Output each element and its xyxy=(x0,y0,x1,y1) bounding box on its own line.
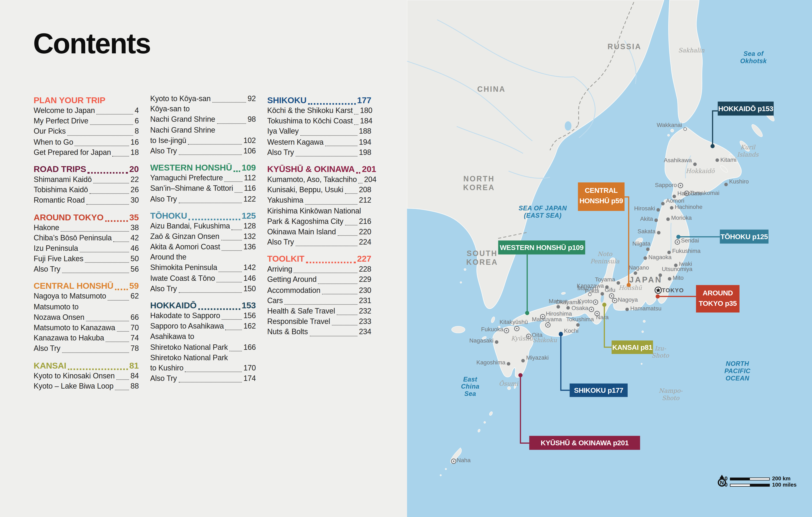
toc-entry-label: Matsumoto to xyxy=(34,302,79,311)
toc-section-heading[interactable]: WESTERN HONSHŪ109 xyxy=(150,163,256,174)
toc-entry[interactable]: Asahikawa to xyxy=(150,332,256,343)
toc-entry[interactable]: Romantic Road30 xyxy=(34,196,139,207)
rebun-island xyxy=(667,134,669,136)
leader-dots xyxy=(90,193,129,194)
toc-section-heading[interactable]: SHIKOKU177 xyxy=(267,95,371,106)
toc-entry[interactable]: Arriving228 xyxy=(267,265,371,275)
scale-zero-mi: 0 xyxy=(725,482,728,488)
toc-entry[interactable]: Tokushima to Kōchi Coast184 xyxy=(267,117,371,127)
toc-entry[interactable]: Yakushima212 xyxy=(267,196,371,207)
toc-entry[interactable]: Iwate Coast & Tōno146 xyxy=(150,274,256,284)
toc-entry[interactable]: Kōchi & the Shikoku Karst180 xyxy=(267,106,371,117)
toc-entry-page: 188 xyxy=(359,127,371,136)
city-tokyo: TOKYO xyxy=(655,287,684,294)
toc-entry[interactable]: Health & Safe Travel232 xyxy=(267,307,371,317)
toc-entry-label: KANSAI xyxy=(34,360,66,371)
toc-entry[interactable]: Nachi Grand Shrine xyxy=(150,126,256,136)
toc-entry[interactable]: Nuts & Bolts234 xyxy=(267,328,371,338)
toc-entry-page: 35 xyxy=(129,212,139,223)
toc-entry[interactable]: Our Picks8 xyxy=(34,127,139,138)
toc-entry-label: Kyoto – Lake Biwa Loop xyxy=(34,382,114,390)
leader-dots xyxy=(318,283,357,284)
toc-entry[interactable]: Also Try150 xyxy=(150,284,256,295)
toc-entry[interactable]: Cars231 xyxy=(267,296,371,307)
toc-entry-page: 66 xyxy=(130,313,139,321)
city-dot xyxy=(556,305,560,308)
toc-entry[interactable]: Accommodation230 xyxy=(267,286,371,296)
toc-entry[interactable]: Matsumoto to Kanazawa70 xyxy=(34,323,139,334)
toc-entry[interactable]: Tobishima Kaidō26 xyxy=(34,186,139,196)
toc-entry[interactable]: Kanazawa to Hakuba74 xyxy=(34,334,139,344)
toc-entry[interactable]: Iya Valley188 xyxy=(267,127,371,138)
toc-entry[interactable]: Nachi Grand Shrine98 xyxy=(150,115,256,126)
toc-entry[interactable]: Kōya-san to xyxy=(150,105,256,115)
toc-entry-label: My Perfect Drive xyxy=(34,117,88,125)
toc-entry[interactable]: Chiba’s Bōsō Peninsula42 xyxy=(34,234,139,244)
city-label: Hachinohe xyxy=(675,204,702,210)
leader-dots xyxy=(219,271,242,272)
toc-entry[interactable]: Around the xyxy=(150,253,256,264)
toc-entry[interactable]: to Kushiro170 xyxy=(150,364,256,374)
toc-section-heading[interactable]: KANSAI81 xyxy=(34,360,139,371)
toc-entry[interactable]: Also Try122 xyxy=(150,194,256,205)
toc-entry[interactable]: Western Kagawa194 xyxy=(267,138,371,148)
toc-entry[interactable]: Nagoya to Matsumoto62 xyxy=(34,292,139,302)
toc-entry[interactable]: Also Try224 xyxy=(267,238,371,248)
toc-entry-page: 81 xyxy=(129,360,139,371)
toc-entry[interactable]: Shiretoko National Park xyxy=(150,353,256,364)
toc-entry[interactable]: Akita & Aomori Coast136 xyxy=(150,243,256,253)
toc-entry[interactable]: Matsumoto to xyxy=(34,302,139,313)
toc-section-heading[interactable]: PLAN YOUR TRIP xyxy=(34,95,139,106)
toc-entry[interactable]: Shimokita Peninsula142 xyxy=(150,264,256,274)
toc-entry[interactable]: Get Prepared for Japan18 xyxy=(34,148,139,158)
toc-entry[interactable]: Hakodate to Sapporo156 xyxy=(150,311,256,322)
toc-entry[interactable]: Also Try56 xyxy=(34,265,139,275)
toc-entry-label: Also Try xyxy=(34,265,60,273)
leader-dots xyxy=(80,252,129,252)
toc-entry[interactable]: Fuji Five Lakes50 xyxy=(34,254,139,265)
toc-entry[interactable]: Kyoto – Lake Biwa Loop88 xyxy=(34,382,139,392)
toc-entry[interactable]: Shiretoko National Park166 xyxy=(150,343,256,353)
toc-entry[interactable]: Also Try198 xyxy=(267,148,371,158)
toc-entry[interactable]: Kyoto to Kōya-san92 xyxy=(150,94,256,105)
toc-entry[interactable]: Getting Around229 xyxy=(267,275,371,286)
place-label: Kyūshū xyxy=(511,335,533,342)
toc-entry[interactable]: Park & Kagoshima City216 xyxy=(267,217,371,227)
toc-entry[interactable]: Responsible Travel233 xyxy=(267,317,371,328)
toc-section-heading[interactable]: ROAD TRIPS20 xyxy=(34,164,139,175)
toc-entry[interactable]: Kirishima Kinkōwan National xyxy=(267,207,371,217)
leader-dots xyxy=(338,235,357,236)
toc-entry[interactable]: Kumamoto, Aso, Takachiho204 xyxy=(267,175,371,186)
toc-entry[interactable]: Welcome to Japan4 xyxy=(34,106,139,117)
toc-entry[interactable]: Izu Peninsula46 xyxy=(34,244,139,254)
toc-entry[interactable]: When to Go16 xyxy=(34,138,139,148)
toc-entry[interactable]: Sapporo to Asahikawa162 xyxy=(150,322,256,332)
toc-entry-page: 84 xyxy=(130,371,139,380)
toc-section-heading[interactable]: HOKKAIDŌ153 xyxy=(150,301,256,311)
toc-entry[interactable]: San’in–Shimane & Tottori116 xyxy=(150,184,256,194)
toc-entry[interactable]: Yamaguchi Prefecture112 xyxy=(150,174,256,184)
toc-entry[interactable]: to Ise-jingū102 xyxy=(150,136,256,146)
toc-section-heading[interactable]: KYŪSHŪ & OKINAWA201 xyxy=(267,164,371,175)
toc-entry[interactable]: Zaō & Ginzan Onsen132 xyxy=(150,232,256,242)
toc-entry-label: TŌHOKU xyxy=(150,211,187,221)
toc-entry[interactable]: Okinawa Main Island220 xyxy=(267,227,371,238)
toc-section-heading[interactable]: AROUND TOKYO35 xyxy=(34,212,139,223)
toc-entry[interactable]: Kyoto to Kinosaki Onsen84 xyxy=(34,371,139,382)
toc-section-heading[interactable]: TŌHOKU125 xyxy=(150,211,256,222)
toc-entry[interactable]: Kunisaki, Beppu, Usuki208 xyxy=(267,186,371,196)
toc-entry[interactable]: Aizu Bandai, Fukushima128 xyxy=(150,222,256,232)
toc-section-heading[interactable]: CENTRAL HONSHŪ59 xyxy=(34,281,139,292)
toc-entry[interactable]: My Perfect Drive6 xyxy=(34,117,139,127)
toc-entry[interactable]: Also Try78 xyxy=(34,345,139,355)
toc-entry[interactable]: Shimanami Kaidō22 xyxy=(34,175,139,186)
toc-section-heading[interactable]: TOOLKIT227 xyxy=(267,254,371,265)
city-ring-core xyxy=(516,328,518,329)
toc-entry[interactable]: Also Try174 xyxy=(150,374,256,385)
toc-entry[interactable]: Also Try106 xyxy=(150,146,256,157)
toc-entry[interactable]: Hakone38 xyxy=(34,223,139,234)
toc-entry[interactable]: Nozawa Onsen66 xyxy=(34,313,139,323)
toc-entry-page: 208 xyxy=(359,186,371,194)
scale-miles-label: 100 miles xyxy=(772,482,797,488)
city-ring-core xyxy=(680,185,682,186)
